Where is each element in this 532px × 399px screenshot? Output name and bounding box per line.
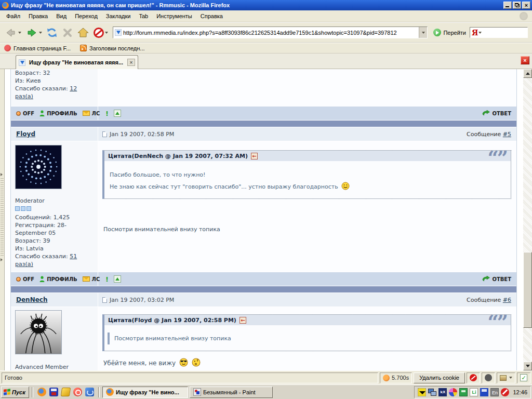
post5-content-cell: Цитата(DenNech @ Jan 19 2007, 07:32 AM) … bbox=[98, 141, 516, 272]
window-titlebar: Ищу фразу "Не виноватая яяяяя, он сам пр… bbox=[0, 0, 532, 10]
quote-line: Посмотри внимательней внизу топика bbox=[108, 332, 506, 344]
post5-author-link[interactable]: Floyd bbox=[11, 130, 35, 138]
bookmark-latest-headlines[interactable]: Заголовки последн... bbox=[80, 45, 144, 51]
hmm-emoticon bbox=[192, 358, 201, 367]
scrollbar-thumb[interactable] bbox=[523, 252, 532, 328]
tab-forum-thread[interactable]: Ищу фразу "Не виноватая яяяя... × bbox=[16, 55, 138, 69]
tray-bat-icon[interactable] bbox=[418, 388, 426, 396]
profile-location: Из: Киев bbox=[15, 77, 94, 85]
profile-age: Возраст: 32 bbox=[15, 69, 94, 77]
profile-button[interactable]: ПРОФИЛЬ bbox=[39, 276, 77, 283]
tray-kx-icon[interactable]: kX bbox=[438, 388, 447, 396]
quote-back-link[interactable]: ← bbox=[251, 153, 258, 159]
block-status[interactable] bbox=[467, 373, 480, 383]
home-button[interactable] bbox=[76, 25, 90, 41]
tabbar-close-button[interactable]: × bbox=[521, 56, 529, 64]
stat-age: Возраст: 39 bbox=[15, 237, 94, 245]
quicklaunch-opera-icon[interactable] bbox=[73, 388, 82, 396]
extension-menu[interactable] bbox=[497, 373, 515, 383]
palette-icon bbox=[500, 375, 507, 381]
menu-bookmarks[interactable]: Закладки bbox=[102, 11, 135, 21]
pm-button[interactable]: ЛС bbox=[83, 111, 100, 116]
tray-disk-usage-icon[interactable] bbox=[449, 388, 457, 396]
menu-go[interactable]: Переход bbox=[71, 11, 102, 21]
proxy-status[interactable] bbox=[482, 373, 495, 383]
status-bar: Готово 5.700s Удалить cookie ✓ bbox=[0, 370, 532, 384]
url-dropdown-button[interactable] bbox=[419, 27, 427, 38]
menu-tab[interactable]: Tab bbox=[135, 11, 152, 21]
tray-floppy-icon[interactable] bbox=[480, 388, 488, 396]
quicklaunch-yellow-icon[interactable] bbox=[61, 388, 71, 396]
post5-body-row: Moderator Сообщений: 1,425 Регистрация: … bbox=[11, 141, 516, 272]
url-input[interactable] bbox=[123, 28, 419, 37]
post5-anchor-link[interactable]: #5 bbox=[503, 131, 511, 138]
reply-button[interactable]: ОТВЕТ bbox=[482, 276, 511, 283]
pm-button[interactable]: ЛС bbox=[83, 276, 100, 282]
go-to-top-button[interactable] bbox=[114, 275, 121, 283]
quote-body: Посмотри внимательней внизу топика bbox=[104, 325, 511, 351]
menu-view[interactable]: Вид bbox=[52, 11, 71, 21]
menu-help[interactable]: Справка bbox=[196, 11, 227, 21]
navigation-toolbar: Перейти Я bbox=[0, 22, 532, 43]
profile-button[interactable]: ПРОФИЛЬ bbox=[39, 110, 77, 117]
quote-back-link[interactable]: ← bbox=[240, 317, 246, 324]
post5-avatar[interactable] bbox=[15, 145, 62, 189]
post6-anchor-link[interactable]: #6 bbox=[503, 297, 511, 303]
tray-network-icon[interactable] bbox=[428, 388, 436, 396]
minimize-button[interactable] bbox=[503, 2, 512, 9]
post-separator bbox=[11, 286, 516, 293]
start-button[interactable]: Пуск bbox=[1, 387, 29, 398]
post5-header: Floyd Jan 19 2007, 02:58 PM Сообщение #5 bbox=[11, 127, 516, 141]
sidebar-splitter[interactable] bbox=[0, 69, 5, 370]
report-button[interactable]: ! bbox=[105, 110, 109, 117]
language-indicator[interactable]: En bbox=[490, 388, 499, 396]
close-button[interactable]: × bbox=[522, 2, 530, 9]
menu-edit[interactable]: Правка bbox=[24, 11, 52, 21]
post5-text: Посмотри внимательней внизу топика bbox=[103, 226, 516, 233]
menu-bar: Файл Правка Вид Переход Закладки Tab Инс… bbox=[0, 10, 532, 22]
reply-button[interactable]: ОТВЕТ bbox=[482, 110, 511, 117]
green-check-icon: ✓ bbox=[520, 374, 527, 381]
stop-button[interactable] bbox=[61, 25, 74, 41]
quote-header: Цитата(DenNech @ Jan 19 2007, 07:32 AM) … bbox=[104, 151, 511, 161]
post6-quote-block: Цитата(Floyd @ Jan 19 2007, 02:58 PM) ← … bbox=[102, 314, 511, 351]
task-paint[interactable]: Безымянный - Paint bbox=[190, 387, 273, 398]
post5-profile-cell: Moderator Сообщений: 1,425 Регистрация: … bbox=[11, 141, 98, 272]
vertical-scrollbar[interactable] bbox=[523, 69, 532, 370]
throbber-icon bbox=[520, 12, 528, 20]
post4-controls-row: OFF ПРОФИЛЬ ЛС ! ОТВ bbox=[11, 107, 516, 121]
up-arrow-icon bbox=[115, 277, 119, 281]
menu-file[interactable]: Файл bbox=[2, 11, 24, 21]
menu-tools[interactable]: Инструменты bbox=[152, 11, 196, 21]
tray-green-disk-icon[interactable] bbox=[459, 388, 468, 396]
report-button[interactable]: ! bbox=[105, 275, 109, 283]
yandex-icon[interactable]: Я bbox=[472, 29, 478, 36]
quicklaunch-ie-icon[interactable] bbox=[85, 388, 94, 396]
quicklaunch-floppy-icon[interactable] bbox=[49, 388, 58, 396]
quicklaunch-firefox-icon[interactable] bbox=[37, 388, 46, 396]
forward-button[interactable] bbox=[24, 25, 43, 41]
post4-profile-cell: Возраст: 32 Из: Киев Спасибо сказали: 12… bbox=[11, 69, 98, 106]
back-button[interactable] bbox=[3, 25, 22, 41]
offline-icon bbox=[16, 277, 21, 282]
task-firefox[interactable]: Ищу фразу "Не вино... bbox=[102, 387, 188, 398]
splitter-grippy-icon[interactable] bbox=[1, 178, 4, 256]
go-to-top-button[interactable] bbox=[114, 110, 121, 117]
search-input[interactable] bbox=[482, 30, 526, 36]
adblock-button[interactable] bbox=[92, 25, 109, 41]
bookmark-home-page[interactable]: Главная страница F... bbox=[4, 45, 71, 51]
delete-cookie-button[interactable]: Удалить cookie bbox=[414, 373, 465, 383]
post6-author-link[interactable]: DenNech bbox=[11, 296, 47, 303]
security-status[interactable]: ✓ bbox=[517, 373, 530, 383]
reload-button[interactable] bbox=[45, 25, 59, 41]
post6-avatar[interactable] bbox=[15, 310, 62, 354]
post-icon bbox=[102, 131, 107, 137]
tray-download-blocker-icon[interactable] bbox=[501, 388, 509, 396]
tab-close-button[interactable]: × bbox=[127, 59, 135, 66]
tray-li-icon[interactable]: Li bbox=[470, 388, 478, 396]
go-button[interactable]: Перейти bbox=[431, 29, 468, 36]
scroll-up-button[interactable] bbox=[523, 69, 532, 78]
member-rank: Moderator bbox=[15, 197, 94, 204]
scroll-down-button[interactable] bbox=[523, 362, 532, 370]
restore-button[interactable] bbox=[513, 2, 521, 9]
